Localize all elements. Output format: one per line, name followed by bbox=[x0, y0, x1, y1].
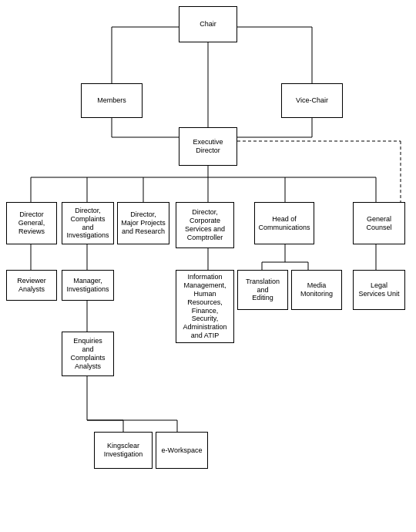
dir-complaints-box: Director, Complaints and Investigations bbox=[62, 202, 114, 244]
dir-projects-box: Director, Major Projects and Research bbox=[117, 202, 169, 244]
e-workspace-box: e-Workspace bbox=[156, 432, 208, 469]
exec-director-box: Executive Director bbox=[179, 127, 237, 166]
dir-corporate-label: Director, Corporate Services and Comptro… bbox=[185, 208, 225, 241]
chair-label: Chair bbox=[200, 20, 216, 29]
members-box: Members bbox=[81, 83, 143, 118]
legal-services-label: Legal Services Unit bbox=[358, 281, 399, 298]
e-workspace-label: e-Workspace bbox=[162, 446, 203, 455]
enquiries-box: Enquiries and Complaints Analysts bbox=[62, 332, 114, 376]
reviewer-analysts-label: Reviewer Analysts bbox=[17, 277, 46, 294]
head-comms-label: Head of Communications bbox=[258, 215, 310, 232]
dir-projects-label: Director, Major Projects and Research bbox=[121, 210, 166, 235]
vice-chair-label: Vice-Chair bbox=[296, 96, 328, 105]
translation-label: Translation and Editing bbox=[246, 278, 280, 302]
manager-invest-label: Manager, Investigations bbox=[66, 277, 109, 294]
info-mgmt-box: Information Management, Human Resources,… bbox=[176, 270, 234, 343]
legal-services-box: Legal Services Unit bbox=[353, 270, 405, 310]
reviewer-analysts-box: Reviewer Analysts bbox=[6, 270, 57, 301]
dir-general-box: Director General, Reviews bbox=[6, 202, 57, 244]
general-counsel-box: General Counsel bbox=[353, 202, 405, 244]
members-label: Members bbox=[97, 96, 126, 105]
org-chart: Chair Members Vice-Chair Executive Direc… bbox=[0, 0, 416, 532]
media-monitoring-box: Media Monitoring bbox=[291, 270, 342, 310]
info-mgmt-label: Information Management, Human Resources,… bbox=[183, 273, 226, 339]
exec-director-label: Executive Director bbox=[193, 138, 223, 155]
kingsclear-box: Kingsclear Investigation bbox=[94, 432, 153, 469]
vice-chair-box: Vice-Chair bbox=[281, 83, 343, 118]
chair-box: Chair bbox=[179, 6, 237, 42]
dir-general-label: Director General, Reviews bbox=[18, 210, 45, 235]
enquiries-label: Enquiries and Complaints Analysts bbox=[70, 337, 105, 370]
dir-complaints-label: Director, Complaints and Investigations bbox=[66, 207, 109, 240]
general-counsel-label: General Counsel bbox=[366, 215, 391, 232]
head-comms-box: Head of Communications bbox=[254, 202, 314, 244]
translation-box: Translation and Editing bbox=[237, 270, 288, 310]
kingsclear-label: Kingsclear Investigation bbox=[104, 442, 143, 459]
media-monitoring-label: Media Monitoring bbox=[300, 281, 333, 298]
manager-invest-box: Manager, Investigations bbox=[62, 270, 114, 301]
dir-corporate-box: Director, Corporate Services and Comptro… bbox=[176, 202, 234, 248]
